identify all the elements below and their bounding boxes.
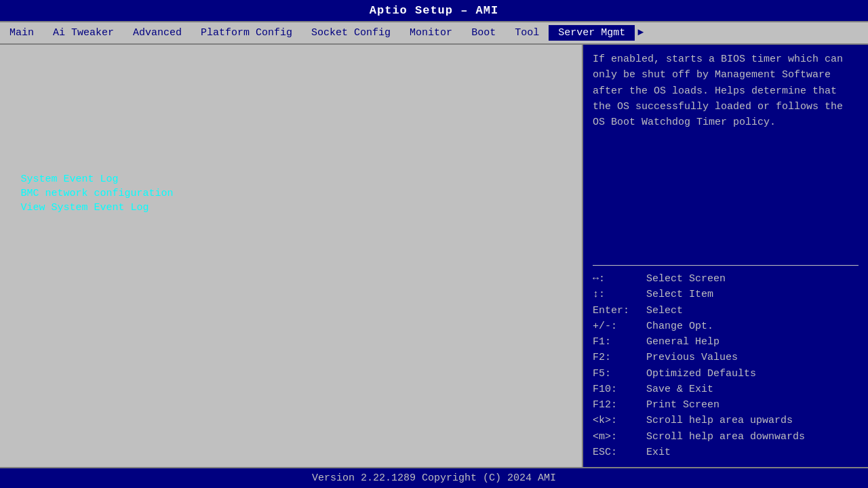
settings-value: [Reset]: [228, 151, 271, 163]
menu-item-monitor[interactable]: Monitor: [400, 25, 462, 41]
section-gap: [11, 116, 571, 125]
shortcut-action: Change Opt.: [640, 321, 713, 332]
shortcut-item: F12: Print Screen: [593, 397, 859, 413]
info-label: BMC Device ID: [11, 64, 228, 76]
help-text: If enabled, starts a BIOS timer which ca…: [593, 52, 859, 258]
shortcut-item: Enter: Select: [593, 303, 859, 319]
shortcut-item: F5: Optimized Defaults: [593, 366, 859, 382]
shortcut-key: <k>:: [593, 413, 640, 428]
nav-item[interactable]: ►System Event Log: [11, 174, 571, 185]
settings-row[interactable]: OS Wtd Timer Timeout10: [11, 138, 571, 150]
menu-item-main[interactable]: Main: [0, 25, 43, 41]
shortcut-item: <k>: Scroll help area upwards: [593, 413, 859, 428]
shortcut-key: ESC:: [593, 445, 640, 460]
shortcut-item: <m>: Scroll help area downwards: [593, 429, 859, 445]
shortcut-action: Scroll help area upwards: [640, 415, 793, 426]
app-title: Aptio Setup – AMI: [370, 4, 498, 17]
shortcut-item: ↕: Select Item: [593, 287, 859, 302]
info-label: BMC Self Test Status: [11, 52, 228, 63]
info-row: BMC Device ID32: [11, 64, 571, 76]
menu-bar: MainAi TweakerAdvancedPlatform ConfigSoc…: [0, 21, 868, 45]
info-row: BMC Device Revision81: [11, 77, 571, 89]
footer-text: Version 2.22.1289 Copyright (C) 2024 AMI: [312, 472, 556, 484]
menu-item-platform-config[interactable]: Platform Config: [191, 25, 302, 41]
menu-item-boot[interactable]: Boot: [462, 25, 505, 41]
shortcut-item: ESC: Exit: [593, 445, 859, 460]
menu-item-advanced[interactable]: Advanced: [123, 25, 191, 41]
shortcut-key: F1:: [593, 334, 640, 350]
info-label: BMC Device Revision: [11, 77, 228, 89]
shortcut-action: Optimized Defaults: [640, 368, 756, 380]
settings-value: [Disabled]: [228, 125, 289, 137]
info-value: 32: [228, 64, 240, 76]
shortcut-key: F12:: [593, 397, 640, 413]
main-content: BMC Self Test StatusPASSEDBMC Device ID3…: [0, 45, 868, 467]
shortcut-item: +/-: Change Opt.: [593, 319, 859, 334]
shortcut-key: F2:: [593, 350, 640, 365]
shortcut-action: Select: [640, 305, 683, 317]
settings-value: 10: [228, 138, 240, 150]
settings-label: OS Watchdog Timer: [11, 125, 228, 137]
shortcut-key: <m>:: [593, 429, 640, 445]
help-divider: [593, 265, 859, 266]
info-value: 2.0: [228, 103, 246, 115]
shortcut-key: ↕:: [593, 287, 640, 302]
shortcut-action: Scroll help area downwards: [640, 431, 805, 443]
shortcut-key: +/-:: [593, 319, 640, 334]
shortcuts-list: ↔: Select Screen↕: Select ItemEnter: Sel…: [593, 271, 859, 460]
nav-arrow-icon: ►: [11, 203, 16, 214]
menu-item-ai-tweaker[interactable]: Ai Tweaker: [43, 25, 123, 41]
settings-label: OS Wtd Timer Policy: [11, 151, 228, 163]
left-panel: BMC Self Test StatusPASSEDBMC Device ID3…: [0, 45, 583, 467]
shortcut-action: Save & Exit: [640, 384, 713, 395]
shortcut-item: F2: Previous Values: [593, 350, 859, 365]
shortcut-action: Exit: [640, 447, 671, 458]
info-row: BMC Firmware Revision1.01.49: [11, 90, 571, 102]
nav-label: System Event Log: [20, 174, 118, 185]
menu-item-server-mgmt[interactable]: Server Mgmt: [549, 25, 635, 41]
info-row: BMC Self Test StatusPASSED: [11, 52, 571, 63]
nav-arrow-icon: ►: [11, 174, 16, 185]
menu-item-socket-config[interactable]: Socket Config: [302, 25, 400, 41]
menu-more-arrow: ►: [635, 25, 646, 41]
shortcut-action: Print Screen: [640, 399, 719, 411]
shortcut-item: ↔: Select Screen: [593, 271, 859, 287]
info-value: 81: [228, 77, 240, 89]
shortcut-action: General Help: [640, 336, 719, 348]
settings-row[interactable]: OS Wtd Timer Policy[Reset]: [11, 151, 571, 163]
footer: Version 2.22.1289 Copyright (C) 2024 AMI: [0, 467, 868, 488]
shortcut-item: F1: General Help: [593, 334, 859, 350]
right-panel: If enabled, starts a BIOS timer which ca…: [583, 45, 868, 467]
settings-label: OS Wtd Timer Timeout: [11, 138, 228, 150]
shortcut-key: Enter:: [593, 303, 640, 319]
info-label: IPMI Version: [11, 103, 228, 115]
section-gap-2: [11, 164, 571, 174]
menu-item-tool[interactable]: Tool: [505, 25, 549, 41]
shortcut-action: Previous Values: [640, 352, 738, 363]
shortcut-item: F10: Save & Exit: [593, 382, 859, 397]
shortcut-key: ↔:: [593, 271, 640, 287]
nav-item[interactable]: ►BMC network configuration: [11, 188, 571, 199]
shortcut-key: F5:: [593, 366, 640, 382]
nav-label: BMC network configuration: [20, 188, 173, 199]
info-value: 1.01.49: [228, 90, 271, 102]
nav-item[interactable]: ►View System Event Log: [11, 202, 571, 214]
nav-arrow-icon: ►: [11, 188, 16, 199]
info-row: IPMI Version2.0: [11, 103, 571, 115]
shortcut-key: F10:: [593, 382, 640, 397]
settings-row[interactable]: OS Watchdog Timer[Disabled]: [11, 125, 571, 137]
info-value: PASSED: [228, 52, 264, 63]
nav-label: View System Event Log: [20, 202, 149, 214]
shortcut-action: Select Screen: [640, 273, 726, 285]
shortcut-action: Select Item: [640, 289, 713, 300]
info-label: BMC Firmware Revision: [11, 90, 228, 102]
title-bar: Aptio Setup – AMI: [0, 0, 868, 21]
